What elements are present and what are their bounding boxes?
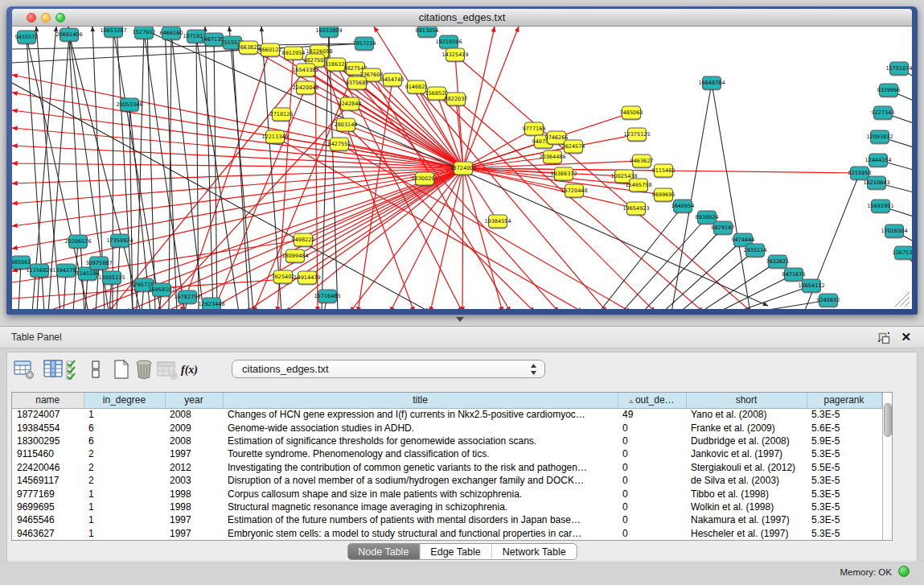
table-cell[interactable]: Genome-wide association studies in ADHD. bbox=[223, 421, 618, 434]
column-header-out_de[interactable]: ▵out_de… bbox=[618, 393, 686, 408]
graph-node[interactable]: 1527602 bbox=[133, 27, 156, 39]
graph-node[interactable]: 18300295 bbox=[411, 172, 437, 185]
table-cell[interactable]: Disruption of a novel member of a sodium… bbox=[223, 474, 618, 487]
graph-node[interactable]: 7857224 bbox=[353, 37, 376, 50]
table-cell[interactable]: 1997 bbox=[165, 527, 223, 540]
table-cell[interactable]: 5.3E-5 bbox=[807, 513, 881, 526]
graph-node[interactable]: 14914479 bbox=[294, 271, 320, 284]
graph-node[interactable]: 20691406 bbox=[55, 28, 82, 41]
column-header-short[interactable]: short bbox=[686, 393, 807, 408]
table-cell[interactable]: 9699695 bbox=[12, 501, 84, 513]
tab-node-table[interactable]: Node Table bbox=[347, 544, 419, 559]
table-cell[interactable]: 1998 bbox=[165, 487, 223, 500]
function-fx-icon[interactable]: f(x) bbox=[179, 358, 203, 381]
table-cell[interactable]: Yano et al. (2008) bbox=[686, 408, 807, 421]
table-cell[interactable]: Franke et al. (2009) bbox=[686, 421, 807, 434]
graph-node[interactable]: 7632621 bbox=[766, 255, 790, 268]
graph-node[interactable]: 20206576 bbox=[64, 235, 91, 248]
table-cell[interactable]: 0 bbox=[618, 474, 686, 487]
graph-node[interactable]: 30975887 bbox=[85, 257, 112, 270]
table-row[interactable]: 1456911722003Disruption of a novel membe… bbox=[12, 474, 881, 487]
graph-node[interactable]: 11156829 bbox=[26, 264, 52, 277]
graph-node[interactable]: 20364486 bbox=[539, 150, 565, 163]
table-cell[interactable]: 5.3E-5 bbox=[807, 408, 881, 421]
table-cell[interactable]: Estimation of significance thresholds fo… bbox=[223, 435, 618, 447]
table-cell[interactable]: 19384554 bbox=[12, 421, 84, 434]
graph-node[interactable]: 16958107 bbox=[148, 283, 175, 296]
delete-trash-icon[interactable] bbox=[133, 358, 154, 381]
table-cell[interactable]: 0 bbox=[618, 435, 686, 447]
graph-node[interactable]: 9242844 bbox=[339, 97, 362, 110]
table-cell[interactable]: 9777169 bbox=[12, 487, 84, 500]
graph-node[interactable]: 19386372 bbox=[550, 167, 577, 180]
table-row[interactable]: 2242004622012Investigating the contribut… bbox=[12, 461, 881, 474]
graph-node[interactable]: 15716485 bbox=[314, 290, 340, 303]
network-view-window[interactable]: citations_edges.txt 94355722069140610653… bbox=[6, 6, 918, 315]
table-cell[interactable]: 2008 bbox=[165, 435, 223, 447]
table-row[interactable]: 911546021997Tourette syndrome. Phenomeno… bbox=[12, 447, 881, 460]
graph-node[interactable]: 9245652 bbox=[817, 294, 840, 307]
graph-node[interactable]: 1640954 bbox=[671, 200, 695, 212]
table-cell[interactable]: Investigating the contribution of common… bbox=[223, 461, 618, 474]
table-cell[interactable]: 5.9E-5 bbox=[807, 435, 881, 447]
table-row[interactable]: 969969511998Structural magnetic resonanc… bbox=[12, 501, 881, 513]
table-cell[interactable]: 5.3E-5 bbox=[807, 527, 881, 540]
column-header-year[interactable]: year bbox=[165, 393, 223, 408]
graph-node[interactable]: 7663822 bbox=[237, 41, 261, 54]
table-cell[interactable]: 0 bbox=[618, 527, 686, 540]
table-row[interactable]: 1830029562008Estimation of significance … bbox=[12, 435, 881, 447]
table-cell[interactable]: 2 bbox=[84, 461, 165, 474]
cell-pair-icon[interactable] bbox=[89, 358, 102, 381]
graph-node[interactable]: 8813054 bbox=[416, 27, 439, 37]
column-header-name[interactable]: name bbox=[12, 393, 84, 408]
graph-node[interactable]: 19218596 bbox=[435, 35, 462, 48]
table-cell[interactable]: 14569117 bbox=[12, 474, 84, 487]
table-cell[interactable]: 18300295 bbox=[12, 435, 84, 447]
table-cell[interactable]: Wolkin et al. (1998) bbox=[686, 501, 807, 513]
graph-node[interactable]: 2718126 bbox=[270, 108, 294, 121]
graph-node[interactable]: 9375685 bbox=[346, 76, 369, 89]
table-cell[interactable]: 1 bbox=[84, 487, 165, 500]
close-panel-icon[interactable]: ✕ bbox=[901, 330, 911, 344]
table-cell[interactable]: 5.3E-5 bbox=[807, 474, 881, 487]
table-cell[interactable]: 2 bbox=[84, 474, 165, 487]
table-cell[interactable]: 0 bbox=[618, 487, 686, 500]
select-column-icon[interactable] bbox=[42, 358, 64, 381]
table-selector-dropdown[interactable]: citations_edges.txt bbox=[232, 360, 545, 378]
graph-node[interactable]: 13505115 bbox=[98, 271, 125, 284]
table-cell[interactable]: 5.3E-5 bbox=[807, 487, 881, 500]
graph-node[interactable]: 15751074 bbox=[885, 62, 912, 75]
graph-node[interactable]: 7485063 bbox=[620, 106, 643, 119]
table-cell[interactable]: 0 bbox=[618, 501, 686, 513]
table-cell[interactable]: Structural magnetic resonance image aver… bbox=[223, 501, 618, 513]
table-row[interactable]: 977716911998Corpus callosum shape and si… bbox=[12, 487, 881, 500]
graph-node[interactable]: 8912954 bbox=[282, 47, 306, 60]
graph-node[interactable]: 10654112 bbox=[798, 279, 824, 292]
table-cell[interactable]: Estimation of the future numbers of pati… bbox=[223, 513, 618, 526]
graph-node[interactable]: 9227343 bbox=[872, 106, 895, 119]
graph-node[interactable]: 16648784 bbox=[698, 76, 725, 89]
graph-node[interactable]: 6879197 bbox=[712, 221, 735, 234]
float-panel-icon[interactable] bbox=[877, 332, 890, 344]
table-row[interactable]: 1872400712008Changes of HCN gene express… bbox=[12, 408, 881, 421]
graph-node[interactable]: 6466160 bbox=[160, 27, 183, 39]
table-cell[interactable]: 5.3E-5 bbox=[807, 501, 881, 513]
graph-node[interactable]: 9498222 bbox=[292, 233, 315, 246]
table-cell[interactable]: Changes of HCN gene expression and I(f) … bbox=[223, 408, 618, 421]
table-cell[interactable]: 6 bbox=[84, 435, 165, 447]
graph-node[interactable]: 2935114 bbox=[744, 244, 767, 257]
graph-node[interactable]: 3624574 bbox=[562, 140, 585, 153]
graph-node-hub[interactable]: 18724007 bbox=[450, 162, 476, 175]
graph-node[interactable]: 17016504 bbox=[881, 225, 907, 237]
table-cell[interactable]: Nakamura et al. (1997) bbox=[686, 513, 807, 526]
column-header-title[interactable]: title bbox=[223, 393, 618, 408]
splitter-collapse-arrow-icon[interactable] bbox=[456, 317, 464, 322]
table-row[interactable]: 1938455462009Genome-wide association stu… bbox=[12, 421, 881, 434]
table-cell[interactable]: 0 bbox=[618, 461, 686, 474]
graph-node[interactable]: 8822037 bbox=[445, 93, 468, 105]
table-cell[interactable]: Stergiakouli et al. (2012) bbox=[686, 461, 807, 474]
graph-node[interactable]: 12375125 bbox=[623, 128, 650, 141]
scrollbar-thumb[interactable] bbox=[884, 403, 892, 437]
graph-node[interactable]: 19384554 bbox=[484, 215, 511, 228]
table-cell[interactable]: 9465546 bbox=[12, 513, 84, 526]
